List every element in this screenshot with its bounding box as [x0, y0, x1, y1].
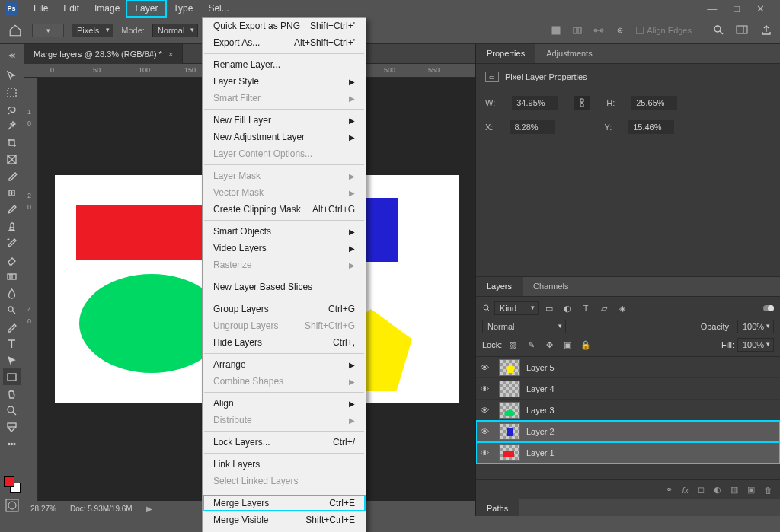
layer-thumbnail[interactable] — [499, 423, 520, 440]
filter-pixel-icon[interactable]: ▭ — [542, 301, 557, 315]
tool-dodge[interactable] — [3, 301, 21, 318]
filter-toggle[interactable] — [763, 305, 774, 311]
menu-export-as-[interactable]: Export As...Alt+Shift+Ctrl+' — [203, 34, 366, 51]
filter-type-icon[interactable]: T — [578, 301, 593, 315]
kind-dropdown[interactable]: Kind — [494, 301, 539, 315]
height-input[interactable] — [631, 96, 677, 110]
menu-flatten-image[interactable]: Flatten Image — [203, 528, 366, 532]
group-icon[interactable]: ▥ — [730, 485, 738, 495]
tool-gradient[interactable] — [3, 268, 21, 285]
blend-mode-dropdown[interactable]: Normal — [482, 320, 566, 333]
lock-position-icon[interactable]: ✥ — [542, 338, 557, 352]
layer-name[interactable]: Layer 1 — [526, 448, 555, 457]
layer-row[interactable]: 👁Layer 4 — [476, 378, 780, 400]
layer-thumbnail[interactable] — [499, 444, 520, 461]
collapse-icon[interactable]: ≪ — [3, 47, 21, 64]
layer-thumbnail[interactable] — [499, 381, 520, 397]
search-icon[interactable] — [482, 304, 491, 313]
tool-type[interactable] — [3, 335, 21, 352]
menu-hide-layers[interactable]: Hide LayersCtrl+, — [203, 334, 366, 351]
menu-layer[interactable]: Layer — [127, 1, 165, 16]
tab-paths[interactable]: Paths — [476, 499, 519, 516]
link-wh-icon[interactable] — [574, 96, 590, 110]
menu-group-layers[interactable]: Group LayersCtrl+G — [203, 301, 366, 317]
width-input[interactable] — [512, 96, 558, 110]
align-edges-checkbox[interactable]: Align Edges — [636, 26, 692, 35]
lock-all-icon[interactable]: 🔒 — [578, 338, 593, 352]
menu-sel[interactable]: Sel... — [200, 1, 236, 16]
new-layer-icon[interactable]: ▣ — [747, 485, 755, 495]
fill-input[interactable]: 100% — [737, 338, 774, 352]
menu-create-clipping-mask[interactable]: Create Clipping MaskAlt+Ctrl+G — [203, 201, 366, 218]
opacity-input[interactable]: 100% — [737, 320, 774, 333]
y-input[interactable] — [628, 120, 674, 134]
search-icon[interactable] — [713, 24, 725, 37]
menu-new-fill-layer[interactable]: New Fill Layer▶ — [203, 112, 366, 129]
menu-video-layers[interactable]: Video Layers▶ — [203, 240, 366, 256]
tab-channels[interactable]: Channels — [523, 277, 579, 296]
layer-name[interactable]: Layer 3 — [526, 406, 555, 415]
tool-eyedropper[interactable] — [3, 167, 21, 184]
fill-swatch[interactable]: ▾ — [32, 24, 64, 37]
status-zoom[interactable]: 28.27% — [30, 505, 56, 513]
layer-row[interactable]: 👁Layer 1 — [476, 442, 780, 464]
menu-merge-visible[interactable]: Merge VisibleShift+Ctrl+E — [203, 511, 366, 528]
tool-path-select[interactable] — [3, 352, 21, 368]
tool-stamp[interactable] — [3, 218, 21, 234]
tool-marquee[interactable] — [3, 84, 21, 100]
layer-thumbnail[interactable] — [499, 359, 520, 376]
minimize-icon[interactable]: — — [707, 3, 717, 14]
tool-history-brush[interactable] — [3, 234, 21, 251]
menu-merge-layers[interactable]: Merge LayersCtrl+E — [203, 495, 366, 511]
status-arrow-icon[interactable]: ▶ — [146, 505, 152, 513]
foreground-background-swatch[interactable] — [4, 476, 21, 493]
mode-dropdown[interactable]: Normal — [152, 24, 198, 37]
visibility-icon[interactable]: 👁 — [481, 406, 493, 415]
home-icon[interactable] — [6, 21, 24, 40]
layer-name[interactable]: Layer 5 — [526, 363, 555, 372]
align-left-icon[interactable] — [551, 25, 561, 36]
gear-icon[interactable] — [615, 25, 625, 36]
menu-lock-layers-[interactable]: Lock Layers...Ctrl+/ — [203, 434, 366, 451]
tool-rectangle[interactable] — [3, 368, 21, 385]
visibility-icon[interactable]: 👁 — [481, 448, 493, 457]
tool-blur[interactable] — [3, 285, 21, 301]
tool-magic-wand[interactable] — [3, 117, 21, 134]
document-tab[interactable]: Marge layers @ 28.3% (RGB/8#) * × — [24, 44, 183, 64]
close-icon[interactable]: ✕ — [756, 3, 765, 14]
tool-pen[interactable] — [3, 318, 21, 335]
layer-row[interactable]: 👁Layer 2 — [476, 421, 780, 442]
tab-properties[interactable]: Properties — [476, 44, 535, 63]
share-icon[interactable] — [760, 24, 772, 37]
lock-transparency-icon[interactable]: ▨ — [505, 338, 520, 352]
tool-heal[interactable] — [3, 184, 21, 201]
menu-arrange[interactable]: Arrange▶ — [203, 356, 366, 373]
menu-edit[interactable]: Edit — [56, 1, 87, 16]
close-tab-icon[interactable]: × — [168, 49, 173, 59]
visibility-icon[interactable]: 👁 — [481, 384, 493, 393]
mask-icon[interactable]: ◻ — [698, 485, 705, 495]
tool-3d[interactable] — [3, 419, 21, 435]
menu-rename-layer-[interactable]: Rename Layer... — [203, 56, 366, 73]
unit-dropdown[interactable]: Pixels — [72, 24, 113, 37]
menu-new-adjustment-layer[interactable]: New Adjustment Layer▶ — [203, 129, 366, 145]
filter-smart-icon[interactable]: ◈ — [615, 301, 630, 315]
adjustment-icon[interactable]: ◐ — [714, 485, 721, 495]
tab-layers[interactable]: Layers — [476, 277, 523, 296]
visibility-icon[interactable]: 👁 — [481, 427, 493, 436]
link-layers-icon[interactable]: ⚭ — [666, 485, 673, 495]
menu-type[interactable]: Type — [165, 1, 200, 16]
delete-icon[interactable]: 🗑 — [764, 486, 772, 495]
layer-thumbnail[interactable] — [499, 402, 520, 419]
layer-row[interactable]: 👁Layer 3 — [476, 400, 780, 421]
tool-frame[interactable] — [3, 151, 21, 167]
lock-pixels-icon[interactable]: ✎ — [523, 338, 539, 352]
menu-new-layer-based-slices[interactable]: New Layer Based Slices — [203, 279, 366, 295]
tool-hand[interactable] — [3, 385, 21, 402]
menu-quick-export-as-png[interactable]: Quick Export as PNGShift+Ctrl+' — [203, 18, 366, 34]
workspace-icon[interactable] — [736, 25, 750, 36]
tool-lasso[interactable] — [3, 100, 21, 117]
tool-move[interactable] — [3, 67, 21, 84]
tool-eraser[interactable] — [3, 251, 21, 268]
maximize-icon[interactable]: □ — [734, 3, 740, 14]
